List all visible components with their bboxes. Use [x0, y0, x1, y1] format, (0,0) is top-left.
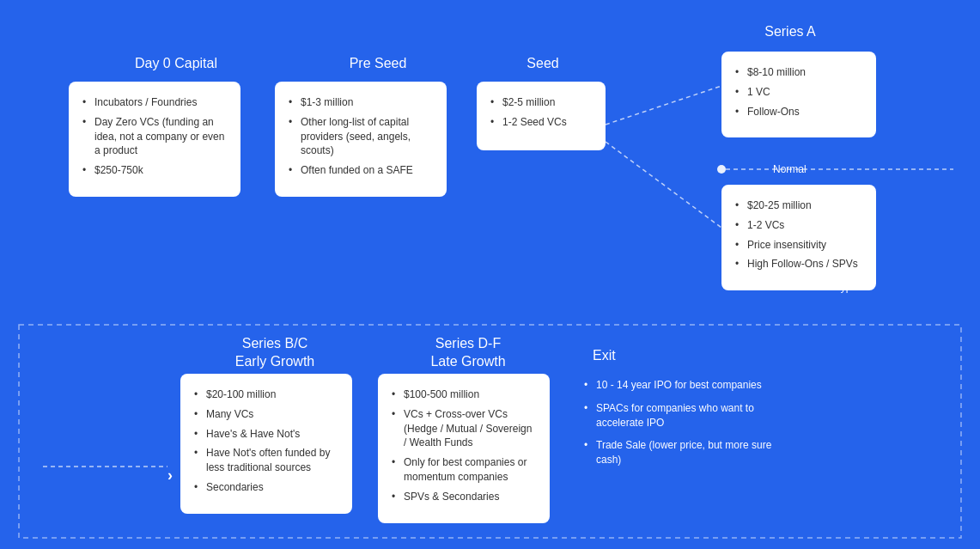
- seriesDF-item-2: VCs + Cross-over VCs (Hedge / Mutual / S…: [392, 407, 536, 450]
- seriesDF-item-3: Only for best companies or momentum comp…: [392, 455, 536, 485]
- seriesDF-item-1: $100-500 million: [392, 387, 536, 402]
- title-seriesA: Series A: [704, 24, 876, 40]
- arrow-right: ›: [167, 467, 173, 485]
- exit-list: 10 - 14 year IPO for best companies SPAC…: [584, 378, 773, 476]
- title-seriesDF: Series D-F Late Growth: [391, 335, 545, 371]
- seriesA-momentum-item-2: 1-2 VCs: [735, 218, 862, 233]
- card-seriesA-normal: $8-10 million 1 VC Follow-Ons: [721, 52, 876, 137]
- card-seriesA-momentum: $20-25 million 1-2 VCs Price insensitivi…: [721, 185, 876, 290]
- preseed-list: $1-3 million Other long-list of capital …: [289, 95, 433, 178]
- seriesA-normal-list: $8-10 million 1 VC Follow-Ons: [735, 65, 862, 119]
- seriesDF-item-4: SPVs & Secondaries: [392, 490, 536, 504]
- preseed-item-1: $1-3 million: [289, 95, 433, 110]
- exit-item-1: 10 - 14 year IPO for best companies: [584, 378, 773, 393]
- label-momentum: Momentum / Hyped: [773, 281, 863, 293]
- preseed-item-2: Other long-list of capital providers (se…: [289, 115, 433, 158]
- title-seed: Seed: [491, 56, 594, 71]
- day0-item-3: $250-750k: [82, 163, 227, 178]
- card-seriesBC: $20-100 million Many VCs Have's & Have N…: [180, 374, 352, 514]
- title-preseed: Pre Seed: [292, 56, 464, 71]
- title-exit: Exit: [593, 348, 616, 363]
- label-normal: Normal: [773, 163, 807, 175]
- seed-item-1: $2-5 million: [490, 95, 592, 110]
- svg-point-2: [717, 165, 726, 174]
- day0-item-2: Day Zero VCs (funding an idea, not a com…: [82, 115, 227, 158]
- seriesDF-list: $100-500 million VCs + Cross-over VCs (H…: [392, 387, 536, 504]
- card-preseed: $1-3 million Other long-list of capital …: [275, 82, 447, 197]
- day0-list: Incubators / Foundries Day Zero VCs (fun…: [82, 95, 227, 178]
- seriesBC-item-3: Have's & Have Not's: [194, 427, 338, 442]
- svg-line-1: [606, 142, 721, 228]
- exit-item-2: SPACs for companies who want to accelera…: [584, 401, 773, 430]
- card-seed: $2-5 million 1-2 Seed VCs: [477, 82, 606, 150]
- seriesA-normal-item-3: Follow-Ons: [735, 105, 862, 119]
- seriesA-momentum-item-1: $20-25 million: [735, 198, 862, 213]
- title-day0: Day 0 Capital: [90, 56, 262, 71]
- seed-list: $2-5 million 1-2 Seed VCs: [490, 95, 592, 130]
- preseed-item-3: Often funded on a SAFE: [289, 163, 433, 178]
- seriesA-normal-item-1: $8-10 million: [735, 65, 862, 80]
- seriesA-momentum-item-3: Price insensitivity: [735, 238, 862, 253]
- seriesBC-list: $20-100 million Many VCs Have's & Have N…: [194, 387, 338, 495]
- title-seriesBC: Series B/C Early Growth: [198, 335, 352, 371]
- seriesA-momentum-list: $20-25 million 1-2 VCs Price insensitivi…: [735, 198, 862, 271]
- seriesBC-item-1: $20-100 million: [194, 387, 338, 402]
- seriesBC-item-5: Secondaries: [194, 480, 338, 495]
- card-seriesDF: $100-500 million VCs + Cross-over VCs (H…: [378, 374, 550, 523]
- seriesA-momentum-item-4: High Follow-Ons / SPVs: [735, 257, 862, 271]
- seriesA-normal-item-2: 1 VC: [735, 85, 862, 100]
- seriesBC-item-2: Many VCs: [194, 407, 338, 422]
- main-container: Day 0 Capital Pre Seed Seed Series A Inc…: [0, 0, 980, 549]
- seriesBC-item-4: Have Not's often funded by less traditio…: [194, 446, 338, 475]
- exit-item-3: Trade Sale (lower price, but more sure c…: [584, 438, 773, 467]
- card-day0: Incubators / Foundries Day Zero VCs (fun…: [69, 82, 240, 197]
- seed-item-2: 1-2 Seed VCs: [490, 115, 592, 130]
- svg-line-0: [606, 86, 721, 125]
- day0-item-1: Incubators / Foundries: [82, 95, 227, 110]
